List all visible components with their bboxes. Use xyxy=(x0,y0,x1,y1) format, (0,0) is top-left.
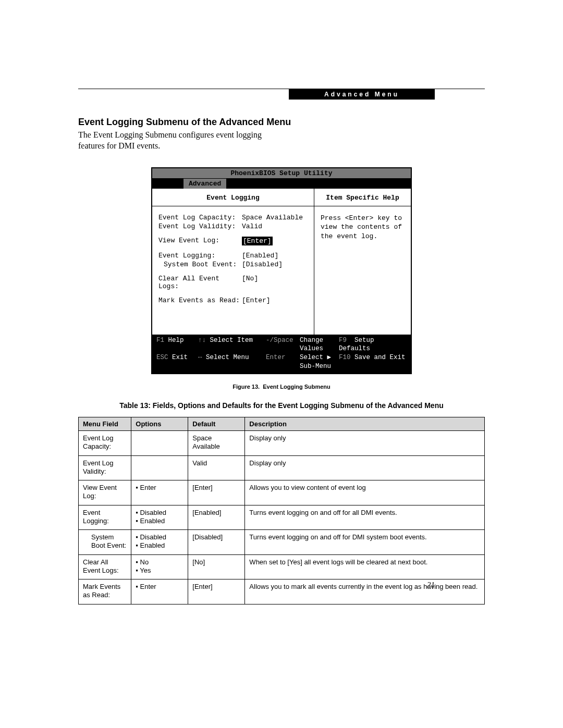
kv-value: [No] xyxy=(242,275,258,290)
kv-label: Event Log Validity: xyxy=(158,223,242,230)
kv-label: Clear All Event Logs: xyxy=(158,275,242,290)
hotkey: Enter xyxy=(266,353,300,371)
th-default: Default xyxy=(188,417,245,431)
td-description: Turns event logging on and off for DMI s… xyxy=(245,530,485,555)
hotkey-label: Save and Exit xyxy=(354,354,406,361)
option-item: Enter xyxy=(136,484,183,492)
table-row: Event Logging:DisabledEnabled[Enabled]Tu… xyxy=(79,505,485,530)
hotkey: ESC xyxy=(156,354,168,361)
bios-footer: F1 Help ↑↓ Select Item -/Space Change Va… xyxy=(152,335,411,374)
table-row: System Boot Event:DisabledEnabled[Disabl… xyxy=(79,530,485,555)
td-field: Event Log Capacity: xyxy=(79,431,131,456)
hotkey-label: Select Item xyxy=(210,337,253,344)
td-description: Allows you to view content of event log xyxy=(245,480,485,505)
td-default: [No] xyxy=(188,554,245,579)
td-field: Clear All Event Logs: xyxy=(79,554,131,579)
hotkey: ↑↓ xyxy=(198,337,206,344)
figure-caption: Figure 13. Event Logging Submenu xyxy=(78,384,485,390)
kv-value: [Enter] xyxy=(242,297,271,304)
td-options: Enter xyxy=(131,579,188,604)
hotkey: F10 xyxy=(339,354,351,361)
help-line: view the contents of xyxy=(321,223,405,232)
table-row: View Event Log:Enter[Enter]Allows you to… xyxy=(79,480,485,505)
bios-help-text: Press <Enter> key to view the contents o… xyxy=(314,206,411,335)
table-title: Table 13: Fields, Options and Defaults f… xyxy=(78,401,485,410)
option-item: Disabled xyxy=(136,533,183,541)
td-field: View Event Log: xyxy=(79,480,131,505)
td-default: Space Available xyxy=(188,431,245,456)
kv-label: Mark Events as Read: xyxy=(158,297,242,304)
kv-label: View Event Log: xyxy=(158,237,242,245)
table-row: Mark Events as Read:Enter[Enter]Allows y… xyxy=(79,579,485,604)
bios-right-pane: Item Specific Help Press <Enter> key to … xyxy=(314,189,411,335)
kv-value: Valid xyxy=(242,223,262,230)
td-options: Enter xyxy=(131,480,188,505)
th-options: Options xyxy=(131,417,188,431)
td-field: Mark Events as Read: xyxy=(79,579,131,604)
hotkey: F1 xyxy=(156,337,164,344)
kv-value: [Disabled] xyxy=(242,261,283,268)
bios-left-pane: Event Logging Event Log Capacity:Space A… xyxy=(152,189,314,335)
option-item: Enabled xyxy=(136,517,183,525)
th-field: Menu Field xyxy=(79,417,131,431)
section-title: Event Logging Submenu of the Advanced Me… xyxy=(78,117,485,128)
bios-right-title: Item Specific Help xyxy=(314,189,411,206)
kv-value: [Enabled] xyxy=(242,252,278,260)
table-row: Event Log Capacity:Space AvailableDispla… xyxy=(79,431,485,456)
option-item: Enabled xyxy=(136,541,183,550)
hotkey-label: Select Menu xyxy=(206,354,249,361)
bios-screenshot: PhoenixBIOS Setup Utility Advanced Event… xyxy=(151,167,412,375)
td-options: DisabledEnabled xyxy=(131,530,188,555)
table-row: Clear All Event Logs:NoYes[No]When set t… xyxy=(79,554,485,579)
option-item: Disabled xyxy=(136,509,183,517)
td-description: Display only xyxy=(245,431,485,456)
td-options xyxy=(131,431,188,456)
kv-value: Space Available xyxy=(242,214,303,221)
option-item: Yes xyxy=(136,566,183,575)
td-description: Turns event logging on and off for all D… xyxy=(245,505,485,530)
td-options xyxy=(131,455,188,480)
td-description: Display only xyxy=(245,455,485,480)
hotkey-label: Exit xyxy=(172,354,188,361)
td-default: Valid xyxy=(188,455,245,480)
td-field: Event Log Validity: xyxy=(79,455,131,480)
document-page: Advanced Menu Event Logging Submenu of t… xyxy=(0,0,563,728)
kv-label: Event Logging: xyxy=(158,252,242,260)
page-number: 21 xyxy=(427,581,435,589)
hotkey: F9 xyxy=(339,337,347,344)
hotkey: -/Space xyxy=(266,336,300,354)
td-default: [Enabled] xyxy=(188,505,245,530)
option-item: No xyxy=(136,558,183,566)
bios-tab-advanced: Advanced xyxy=(183,179,226,189)
table-header-row: Menu Field Options Default Description xyxy=(79,417,485,431)
td-field: System Boot Event: xyxy=(79,530,131,555)
hotkey-label: Change Values xyxy=(300,336,339,354)
td-options: NoYes xyxy=(131,554,188,579)
header-ribbon: Advanced Menu xyxy=(289,89,435,100)
fields-table: Menu Field Options Default Description E… xyxy=(78,417,485,604)
td-default: [Disabled] xyxy=(188,530,245,555)
th-desc: Description xyxy=(245,417,485,431)
td-description: When set to [Yes] all event logs will be… xyxy=(245,554,485,579)
td-default: [Enter] xyxy=(188,480,245,505)
kv-label: System Boot Event: xyxy=(158,261,242,268)
help-line: Press <Enter> key to xyxy=(321,214,405,223)
bios-tab-strip: Advanced xyxy=(152,179,411,189)
hotkey-label: Select ▶ Sub-Menu xyxy=(300,353,339,371)
hotkey-label: Help xyxy=(168,337,184,344)
td-default: [Enter] xyxy=(188,579,245,604)
bios-titlebar: PhoenixBIOS Setup Utility xyxy=(152,168,411,179)
td-field: Event Logging: xyxy=(79,505,131,530)
table-row: Event Log Validity:ValidDisplay only xyxy=(79,455,485,480)
kv-selected-value: [Enter] xyxy=(242,237,273,245)
intro-paragraph: The Event Logging Submenu configures eve… xyxy=(78,130,287,152)
kv-label: Event Log Capacity: xyxy=(158,214,242,221)
option-item: Enter xyxy=(136,583,183,591)
bios-left-title: Event Logging xyxy=(152,189,314,206)
td-description: Allows you to mark all events currently … xyxy=(245,579,485,604)
td-options: DisabledEnabled xyxy=(131,505,188,530)
help-line: the event log. xyxy=(321,232,405,241)
hotkey: ↔ xyxy=(198,354,202,361)
